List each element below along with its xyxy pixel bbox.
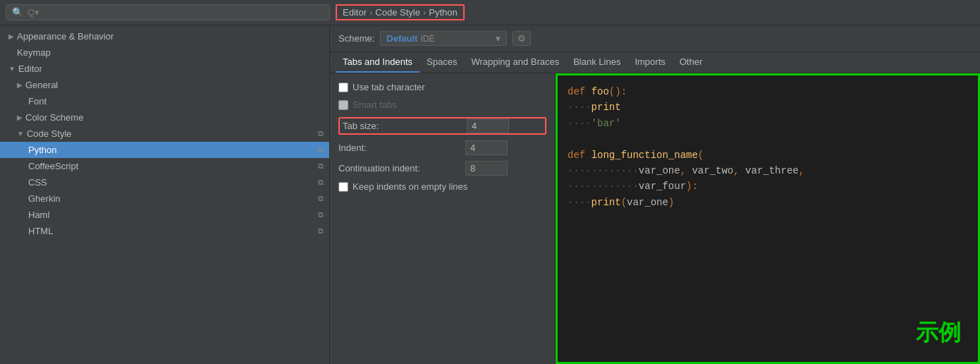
scheme-type: IDE <box>420 34 434 44</box>
right-panel: Scheme: Default IDE ▾ ⚙ Tabs and Indents… <box>330 25 980 364</box>
use-tab-character-checkbox[interactable] <box>338 83 348 92</box>
sidebar-item-font[interactable]: Font <box>0 93 329 109</box>
sidebar-item-label: CSS <box>28 177 47 188</box>
tab-size-input[interactable] <box>467 119 509 133</box>
code-line-5: def long_function_name( <box>568 147 968 163</box>
settings-preview: Use tab character Smart tabs Tab size: I… <box>330 73 980 364</box>
tab-imports[interactable]: Imports <box>627 52 672 73</box>
sidebar-item-gherkin[interactable]: Gherkin ⧉ <box>0 190 329 207</box>
sidebar-item-label: Color Scheme <box>25 112 83 123</box>
example-label: 示例 <box>916 315 961 351</box>
sidebar-item-label: Editor <box>18 63 42 74</box>
tab-spaces[interactable]: Spaces <box>419 52 464 73</box>
sidebar-item-label: CoffeeScript <box>28 161 78 171</box>
sidebar-item-label: Font <box>28 96 47 107</box>
smart-tabs-row: Smart tabs <box>338 99 546 110</box>
tab-size-label: Tab size: <box>340 119 467 133</box>
tab-other[interactable]: Other <box>673 52 710 73</box>
sidebar-item-appearance[interactable]: ▶ Appearance & Behavior <box>0 28 329 44</box>
sidebar: ▶ Appearance & Behavior Keymap ▼ Editor … <box>0 25 330 364</box>
sidebar-item-label: Haml <box>28 210 49 220</box>
smart-tabs-checkbox[interactable] <box>338 100 348 110</box>
use-tab-character-text: Use tab character <box>353 82 425 92</box>
copy-icon: ⧉ <box>318 129 324 138</box>
indent-label: Indent: <box>338 140 465 155</box>
continuation-indent-row: Continuation indent: <box>338 161 546 176</box>
sidebar-item-codestyle[interactable]: ▼ Code Style ⧉ <box>0 126 329 142</box>
code-line-1: def foo(): <box>568 84 968 99</box>
indent-row: Indent: <box>338 140 546 155</box>
breadcrumb-python: Python <box>429 7 457 18</box>
search-icon: 🔍 <box>12 7 23 18</box>
sidebar-item-general[interactable]: ▶ General <box>0 77 329 93</box>
copy-icon: ⧉ <box>318 178 324 187</box>
search-box[interactable]: 🔍 <box>6 4 330 20</box>
breadcrumb-codestyle: Code Style <box>375 7 420 18</box>
sidebar-item-label: Gherkin <box>28 193 61 204</box>
sidebar-item-label: HTML <box>28 226 53 236</box>
smart-tabs-text: Smart tabs <box>353 99 397 110</box>
arrow-icon: ▶ <box>17 114 23 121</box>
top-bar: 🔍 Editor › Code Style › Python <box>0 0 980 25</box>
copy-icon: ⧉ <box>318 194 324 203</box>
code-line-6: ············var_one, var_two, var_three, <box>568 163 968 178</box>
arrow-icon: ▼ <box>8 65 16 73</box>
sidebar-item-html[interactable]: HTML ⧉ <box>0 223 329 239</box>
settings-panel: Use tab character Smart tabs Tab size: I… <box>330 73 556 364</box>
search-input[interactable] <box>27 7 324 18</box>
copy-icon: ⧉ <box>318 162 324 171</box>
scheme-row: Scheme: Default IDE ▾ ⚙ <box>330 25 980 52</box>
tab-blank-lines[interactable]: Blank Lines <box>566 52 627 73</box>
keep-indents-checkbox[interactable] <box>338 182 348 192</box>
sidebar-item-label: Python <box>28 145 56 155</box>
code-line-7: ············var_four): <box>568 178 968 194</box>
code-line-8: ····print(var_one) <box>568 195 968 210</box>
sidebar-item-label: Appearance & Behavior <box>17 31 114 42</box>
scheme-select[interactable]: Default IDE ▾ <box>380 31 507 46</box>
tab-size-row: Tab size: <box>338 117 546 135</box>
breadcrumb-sep-1: › <box>369 7 372 18</box>
gear-button[interactable]: ⚙ <box>513 31 531 46</box>
sidebar-item-label: Code Style <box>27 128 72 139</box>
preview-panel: def foo(): ····print ····'bar' def long_… <box>556 73 980 364</box>
sidebar-item-label: General <box>25 80 58 90</box>
sidebar-item-keymap[interactable]: Keymap <box>0 44 329 61</box>
code-line-3: ····'bar' <box>568 116 968 131</box>
tabs-row: Tabs and Indents Spaces Wrapping and Bra… <box>330 52 980 73</box>
sidebar-item-label: Keymap <box>17 47 51 58</box>
scheme-name: Default <box>386 33 417 44</box>
arrow-icon: ▶ <box>17 81 23 89</box>
breadcrumb-editor: Editor <box>343 7 367 18</box>
sidebar-item-coffeescript[interactable]: CoffeeScript ⧉ <box>0 158 329 174</box>
scheme-label: Scheme: <box>338 33 374 44</box>
sidebar-item-css[interactable]: CSS ⧉ <box>0 174 329 190</box>
sidebar-item-colorscheme[interactable]: ▶ Color Scheme <box>0 109 329 126</box>
continuation-indent-input[interactable] <box>465 161 508 176</box>
copy-icon: ⧉ <box>318 145 324 154</box>
keep-indents-text: Keep indents on empty lines <box>353 181 467 192</box>
breadcrumb: Editor › Code Style › Python <box>336 4 465 20</box>
code-line-2: ····print <box>568 99 968 115</box>
arrow-icon: ▼ <box>17 130 24 138</box>
tab-tabs-and-indents[interactable]: Tabs and Indents <box>336 52 419 73</box>
sidebar-item-haml[interactable]: Haml ⧉ <box>0 207 329 223</box>
copy-icon: ⧉ <box>318 226 324 236</box>
copy-icon: ⧉ <box>318 210 324 219</box>
use-tab-character-row: Use tab character <box>338 82 546 92</box>
continuation-indent-label: Continuation indent: <box>338 161 465 176</box>
breadcrumb-sep-2: › <box>423 7 426 18</box>
arrow-icon: ▶ <box>8 32 14 40</box>
sidebar-item-python[interactable]: Python ⧉ <box>0 142 329 158</box>
keep-indents-label[interactable]: Keep indents on empty lines <box>338 181 467 192</box>
main-content: ▶ Appearance & Behavior Keymap ▼ Editor … <box>0 25 980 364</box>
sidebar-item-editor[interactable]: ▼ Editor <box>0 61 329 77</box>
keep-indents-row: Keep indents on empty lines <box>338 181 546 192</box>
smart-tabs-label: Smart tabs <box>338 99 397 110</box>
use-tab-character-label[interactable]: Use tab character <box>338 82 425 92</box>
code-line-4 <box>568 131 968 147</box>
tab-wrapping-and-braces[interactable]: Wrapping and Braces <box>464 52 566 73</box>
indent-input[interactable] <box>465 140 508 155</box>
chevron-down-icon: ▾ <box>496 33 501 44</box>
